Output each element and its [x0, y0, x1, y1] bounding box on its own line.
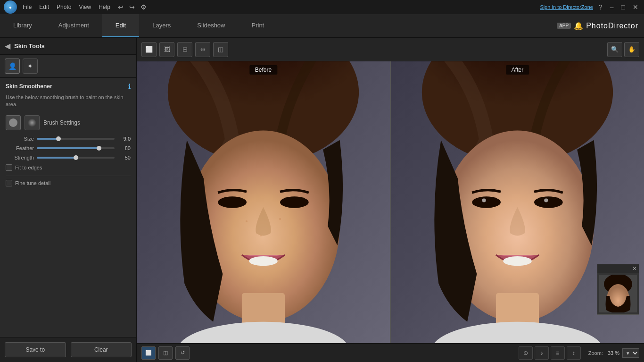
size-value: 9.0 [117, 136, 131, 142]
tab-adjustment[interactable]: Adjustment [45, 14, 102, 37]
svg-point-5 [280, 196, 309, 208]
svg-point-10 [260, 235, 262, 236]
status-rotate-btn[interactable]: ↺ [175, 346, 190, 360]
back-button[interactable]: ◀ [5, 42, 10, 51]
undo-button[interactable]: ↩ [116, 2, 125, 12]
minimize-button[interactable]: – [608, 2, 616, 12]
compare-other-btn[interactable]: ◫ [213, 42, 228, 57]
tab-print[interactable]: Print [239, 14, 278, 37]
after-label: After [506, 65, 529, 75]
status-sliders-btn[interactable]: ≡ [551, 346, 565, 360]
panel-bottom: Save to Clear [0, 337, 136, 362]
left-panel: ◀ Skin Tools 👤 ✦ Skin Smoothener ℹ Use t… [0, 38, 137, 362]
feather-slider[interactable] [37, 147, 115, 149]
undo-redo-group: ↩ ↪ ⚙ [116, 2, 149, 12]
clear-button[interactable]: Clear [71, 342, 132, 357]
zoom-dropdown[interactable]: ▾ [622, 348, 639, 358]
main-area: ◀ Skin Tools 👤 ✦ Skin Smoothener ℹ Use t… [0, 38, 644, 362]
app-badge-area: APP 🔔 PhotoDirector [551, 14, 644, 37]
brush-settings-label: Brush Settings [43, 119, 80, 126]
menu-bar: ● File Edit Photo View Help ↩ ↪ ⚙ Sign i… [0, 0, 644, 14]
info-icon[interactable]: ℹ [128, 83, 131, 90]
tool-icons-row: 👤 ✦ [0, 55, 136, 78]
size-label: Size [6, 136, 34, 142]
svg-point-19 [482, 198, 486, 202]
compare-side-btn[interactable]: ⇔ [195, 42, 210, 57]
strength-slider[interactable] [37, 157, 115, 159]
view-tool-right: 🔍 ✋ [607, 42, 639, 57]
menu-view[interactable]: View [79, 4, 91, 10]
menu-edit[interactable]: Edit [39, 4, 49, 10]
strength-fill [37, 157, 76, 159]
status-bar: ⬜ ◫ ↺ ⊙ ♪ ≡ ↕ Zoom: 33 % ▾ [137, 343, 644, 362]
svg-point-9 [279, 218, 281, 220]
tab-library[interactable]: Library [0, 14, 45, 37]
brush-preview-inner [9, 118, 17, 127]
size-slider[interactable] [37, 138, 115, 140]
menu-photo[interactable]: Photo [57, 4, 71, 10]
maximize-button[interactable]: □ [619, 2, 627, 12]
single-view-btn[interactable]: ⬜ [141, 42, 157, 57]
tab-slideshow[interactable]: Slideshow [184, 14, 238, 37]
feather-thumb[interactable] [97, 146, 101, 151]
close-button[interactable]: ✕ [631, 2, 640, 12]
strength-thumb[interactable] [74, 155, 78, 160]
settings-button[interactable]: ⚙ [139, 2, 149, 12]
size-fill [37, 138, 58, 140]
pan-btn[interactable]: ✋ [624, 42, 639, 57]
help-button[interactable]: ? [597, 2, 604, 12]
right-controls: Sign in to DirectorZone ? – □ ✕ [540, 2, 640, 12]
status-compare-view[interactable]: ◫ [158, 346, 173, 360]
thumbnail-widget: ✕ [597, 264, 639, 315]
tab-layers[interactable]: Layers [139, 14, 184, 37]
fit-to-edges-checkbox[interactable] [6, 164, 12, 171]
brush-preview-solid [6, 115, 21, 130]
face-icon: 👤 [8, 62, 17, 70]
app-logo: ● [4, 0, 17, 14]
fit-to-edges-label: Fit to edges [15, 165, 42, 170]
thumbnail-header: ✕ [597, 264, 639, 273]
feather-slider-row: Feather 80 [6, 145, 131, 151]
skin-smooth-icon-btn[interactable]: 👤 [5, 59, 20, 74]
svg-point-15 [472, 196, 501, 208]
status-tools: ⊙ ♪ ≡ ↕ [519, 346, 581, 360]
section-title: Skin Smoothener [6, 83, 52, 90]
redo-button[interactable]: ↪ [127, 2, 137, 12]
center-content: ⬜ 🖼 ⊞ ⇔ ◫ 🔍 ✋ Before [137, 38, 644, 362]
thumbnail-image [599, 275, 637, 312]
before-face-svg [137, 61, 390, 343]
svg-point-16 [534, 196, 563, 208]
skin-detail-icon-btn[interactable]: ✦ [23, 59, 38, 74]
status-updown-btn[interactable]: ↕ [567, 346, 581, 360]
save-to-button[interactable]: Save to [5, 342, 66, 357]
thumbnail-close-button[interactable]: ✕ [632, 265, 637, 272]
view-toolbar: ⬜ 🖼 ⊞ ⇔ ◫ 🔍 ✋ [137, 38, 644, 61]
image-area: Before [137, 61, 644, 343]
section-header: Skin Smoothener ℹ [6, 83, 131, 90]
tab-edit[interactable]: Edit [102, 14, 139, 37]
strength-label: Strength [6, 155, 34, 160]
svg-point-8 [246, 220, 248, 222]
menu-help[interactable]: Help [99, 4, 110, 10]
sign-in-link[interactable]: Sign in to DirectorZone [540, 4, 593, 10]
divider [6, 176, 131, 176]
status-sound-btn[interactable]: ♪ [535, 346, 549, 360]
skin-smoothener-section: Skin Smoothener ℹ Use the below smoothin… [0, 78, 136, 337]
zoom-fit-btn[interactable]: 🔍 [607, 42, 622, 57]
feather-value: 80 [117, 145, 131, 151]
grid-view-btn[interactable]: ⊞ [177, 42, 192, 57]
size-thumb[interactable] [56, 136, 61, 141]
tab-spacer [277, 14, 551, 37]
menu-file[interactable]: File [23, 4, 32, 10]
before-photo [137, 61, 390, 343]
landscape-view-btn[interactable]: 🖼 [159, 42, 174, 57]
logo-text: ● [9, 5, 12, 10]
app-badge: APP [557, 23, 571, 29]
notification-icon[interactable]: 🔔 [574, 21, 583, 30]
section-description: Use the below smoothing brush to paint o… [6, 94, 131, 109]
svg-point-17 [503, 256, 532, 266]
status-single-view[interactable]: ⬜ [141, 346, 156, 360]
svg-point-4 [218, 196, 247, 208]
fine-tune-checkbox[interactable] [6, 180, 12, 186]
status-dot-btn[interactable]: ⊙ [519, 346, 533, 360]
